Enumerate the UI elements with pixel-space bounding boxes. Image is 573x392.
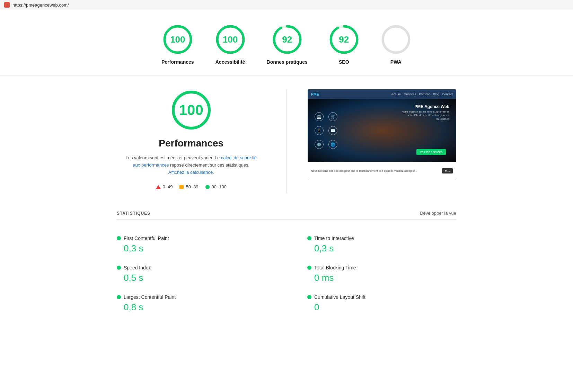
screenshot-topbar: PME Accueil Services Portfolio Blog Cont… <box>308 89 457 99</box>
stat-si-dot <box>117 266 121 270</box>
score-bonnes-pratiques: 92 Bonnes pratiques <box>267 24 308 65</box>
screenshot-logo: PME <box>311 92 319 96</box>
legend-triangle-icon <box>156 185 161 189</box>
legend-orange: 50–89 <box>179 184 198 189</box>
stat-lcp: Largest Contentful Paint 0,8 s <box>117 289 286 318</box>
stat-tbt-value: 0 ms <box>307 273 449 283</box>
legend-orange-label: 50–89 <box>186 184 198 189</box>
stat-cls-dot <box>307 295 311 299</box>
stat-lcp-label: Largest Contentful Paint <box>124 294 176 300</box>
stat-fcp-value: 0,3 s <box>117 243 280 254</box>
stat-tbt-dot <box>307 266 311 270</box>
screenshot-icons: 💻 🛒 📱 ✉️ ⚙️ 🌐 <box>315 112 337 149</box>
score-value-accessibilite: 100 <box>223 34 238 45</box>
stat-tti-value: 0,3 s <box>307 243 449 254</box>
stat-tbt-label: Total Blocking Time <box>314 265 356 270</box>
score-label-pwa: PWA <box>390 59 402 65</box>
big-score-value: 100 <box>179 102 203 118</box>
stat-cls-value: 0 <box>307 302 449 313</box>
expand-view-btn[interactable]: Développer la vue <box>420 211 456 216</box>
stat-tti-label: Time to Interactive <box>314 235 354 241</box>
legend-green: 90–100 <box>205 184 227 189</box>
screenshot-icon-6: 🌐 <box>328 140 337 149</box>
stats-section: STATISTIQUES Développer la vue First Con… <box>117 211 456 318</box>
stats-grid: First Contentful Paint 0,3 s Time to Int… <box>117 230 456 318</box>
stat-cls: Cumulative Layout Shift 0 <box>286 289 456 318</box>
stat-tti-label-row: Time to Interactive <box>307 235 449 241</box>
screenshot-cookie-text: Nous utilisons des cookies pour que le f… <box>311 169 440 172</box>
screenshot-icon-5: ⚙️ <box>315 140 324 149</box>
stat-tti: Time to Interactive 0,3 s <box>286 230 456 259</box>
stat-fcp-label-row: First Contentful Paint <box>117 235 280 241</box>
stat-lcp-label-row: Largest Contentful Paint <box>117 294 280 300</box>
score-circle-bonnes-pratiques: 92 <box>272 24 303 55</box>
stat-si: Speed Index 0,5 s <box>117 259 286 289</box>
score-seo: 92 SEO <box>328 24 360 65</box>
score-value-seo: 92 <box>339 34 349 45</box>
stat-si-label-row: Speed Index <box>117 265 280 270</box>
score-performances: 100 Performances <box>161 24 194 65</box>
calculator-link[interactable]: Affichez la calculatrice. <box>168 170 214 175</box>
big-score-circle: 100 <box>170 89 212 131</box>
stat-tbt-label-row: Total Blocking Time <box>307 265 449 270</box>
stat-cls-label: Cumulative Layout Shift <box>314 294 365 300</box>
screenshot-site-name: PME Agence Web <box>414 104 449 109</box>
stat-si-label: Speed Index <box>124 265 151 270</box>
stat-tbt: Total Blocking Time 0 ms <box>286 259 456 289</box>
screenshot-subtitle: Notre objectif est de faire augmenter la… <box>401 110 449 121</box>
stat-fcp-dot <box>117 236 121 240</box>
stat-fcp: First Contentful Paint 0,3 s <box>117 230 286 259</box>
screenshot-icon-2: 🛒 <box>328 112 337 121</box>
legend-red-label: 0–49 <box>163 184 173 189</box>
legend-green-label: 90–100 <box>212 184 227 189</box>
perf-title: Performances <box>159 138 223 149</box>
legend-dot-icon <box>205 185 210 189</box>
screenshot-body: 💻 🛒 📱 ✉️ ⚙️ 🌐 PME Agence Web Notre objec… <box>308 99 457 162</box>
score-circle-performances: 100 <box>162 24 193 55</box>
stats-title: STATISTIQUES <box>117 211 150 216</box>
screenshot-icon-3: 📱 <box>315 126 324 135</box>
score-label-accessibilite: Accessibilité <box>215 59 245 65</box>
screenshot-icon-4: ✉️ <box>328 126 337 135</box>
score-label-performances: Performances <box>161 59 194 65</box>
stat-cls-label-row: Cumulative Layout Shift <box>307 294 449 300</box>
screenshot-icon-1: 💻 <box>315 112 324 121</box>
top-bar: ! https://pmeagenceweb.com/ <box>0 0 573 10</box>
score-label-seo: SEO <box>339 59 349 65</box>
legend-square-icon <box>179 185 184 189</box>
score-circle-accessibilite: 100 <box>215 24 246 55</box>
screenshot-cta-btn: Voir les services <box>416 149 446 155</box>
screenshot-nav: Accueil Services Portfolio Blog Contact <box>391 92 453 96</box>
score-circle-seo: 92 <box>328 24 360 55</box>
stat-tti-dot <box>307 236 311 240</box>
perf-description: Les valeurs sont estimées et peuvent var… <box>125 154 257 176</box>
url-display: https://pmeagenceweb.com/ <box>12 2 69 8</box>
score-pwa: PWA <box>380 24 412 65</box>
score-value-performances: 100 <box>170 34 185 45</box>
legend: 0–49 50–89 90–100 <box>156 184 227 189</box>
stat-lcp-value: 0,8 s <box>117 302 280 313</box>
main-content: 100 Performances Les valeurs sont estimé… <box>96 75 477 332</box>
screenshot: PME Accueil Services Portfolio Blog Cont… <box>308 89 457 179</box>
scores-section: 100 Performances 100 Accessibilité 92 Bo… <box>0 10 573 75</box>
screenshot-cookie-btn: M… <box>442 168 453 173</box>
stats-header: STATISTIQUES Développer la vue <box>117 211 456 220</box>
screenshot-cookie-bar: Nous utilisons des cookies pour que le f… <box>308 162 457 179</box>
perf-left: 100 Performances Les valeurs sont estimé… <box>117 89 266 189</box>
score-accessibilite: 100 Accessibilité <box>215 24 246 65</box>
score-label-bonnes-pratiques: Bonnes pratiques <box>267 59 308 65</box>
legend-red: 0–49 <box>156 184 173 189</box>
stat-si-value: 0,5 s <box>117 273 280 283</box>
score-circle-pwa <box>380 24 412 55</box>
screenshot-area: PME Accueil Services Portfolio Blog Cont… <box>308 89 457 179</box>
section-divider <box>286 89 287 193</box>
perf-section: 100 Performances Les valeurs sont estimé… <box>117 89 456 193</box>
svg-point-8 <box>383 26 409 53</box>
site-icon: ! <box>4 2 10 8</box>
stat-lcp-dot <box>117 295 121 299</box>
score-value-bonnes-pratiques: 92 <box>282 34 292 45</box>
stat-fcp-label: First Contentful Paint <box>124 235 169 241</box>
